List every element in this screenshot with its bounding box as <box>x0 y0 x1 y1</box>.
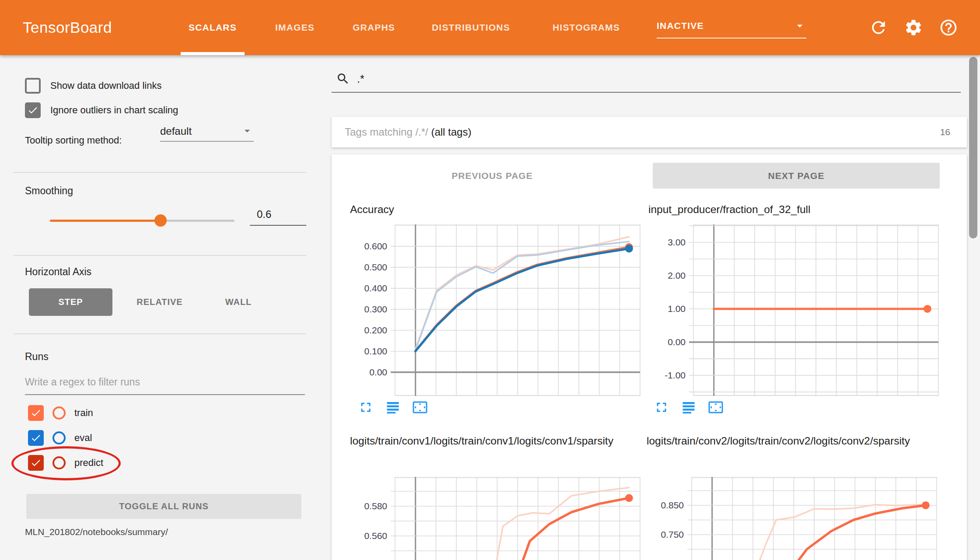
previous-page-button[interactable]: PREVIOUS PAGE <box>332 163 653 189</box>
inactive-dropdown[interactable]: INACTIVE <box>657 14 806 38</box>
axis-step-button[interactable]: STEP <box>29 288 112 316</box>
inactive-dropdown-label: INACTIVE <box>657 21 704 31</box>
tooltip-sorting-label: Tooltip sorting method: <box>25 135 122 146</box>
run-eval-color-circle[interactable] <box>52 431 66 444</box>
tags-matching-card: Tags matching /.*/ (all tags) 16 <box>332 117 967 147</box>
run-row-train: train <box>28 405 93 421</box>
svg-text:0.300: 0.300 <box>364 304 387 314</box>
smoothing-slider-thumb[interactable] <box>154 214 167 227</box>
tab-scalars[interactable]: SCALARS <box>189 0 237 55</box>
show-download-links-checkbox[interactable] <box>25 78 41 94</box>
svg-text:-1.00: -1.00 <box>665 370 686 380</box>
tab-graphs[interactable]: GRAPHS <box>353 0 395 55</box>
run-eval-label: eval <box>74 432 92 444</box>
show-download-links-row: Show data download links <box>25 78 161 94</box>
tooltip-sorting-dropdown[interactable]: default <box>160 124 254 142</box>
svg-text:0.500: 0.500 <box>364 262 387 272</box>
chart-actions-input-producer <box>654 399 724 415</box>
svg-text:0.750: 0.750 <box>661 529 684 539</box>
scalar-chart-conv2-sparsity[interactable]: 0.8500.7500.6500.5500.450 <box>647 477 940 560</box>
axis-wall-button[interactable]: WALL <box>214 288 262 316</box>
fullscreen-icon[interactable] <box>654 399 669 415</box>
ignore-outliers-row: Ignore outliers in chart scaling <box>25 102 178 118</box>
scalar-chart-input-producer[interactable]: 3.002.001.000.00-1.00 <box>648 224 942 398</box>
scalar-chart-conv1-sparsity[interactable]: 0.5800.5600.5400.5200.500 <box>350 477 643 560</box>
svg-text:0.00: 0.00 <box>668 337 686 347</box>
search-icon <box>336 72 350 86</box>
smoothing-label: Smoothing <box>25 185 73 197</box>
divider <box>13 172 306 173</box>
tags-matching-prefix: Tags matching <box>345 126 415 138</box>
toggle-all-runs-button[interactable]: TOGGLE ALL RUNS <box>26 494 301 519</box>
chart-actions-accuracy <box>358 399 428 415</box>
chart-title-accuracy: Accuracy <box>350 202 637 217</box>
horizontal-axis-label: Horizontal Axis <box>25 266 91 278</box>
tags-count-badge: 16 <box>940 127 950 137</box>
divider <box>13 333 306 334</box>
run-train-checkbox[interactable] <box>28 405 44 421</box>
data-table-icon[interactable] <box>681 399 696 415</box>
help-icon[interactable] <box>939 18 958 37</box>
fit-domain-icon[interactable] <box>412 399 428 415</box>
red-annotation-ellipse <box>11 446 121 480</box>
runs-label: Runs <box>25 351 49 363</box>
chevron-down-icon <box>793 19 806 32</box>
vertical-scrollbar-thumb[interactable] <box>969 57 977 238</box>
tags-matching-regex: /.*/ <box>415 126 428 138</box>
fullscreen-icon[interactable] <box>358 399 374 415</box>
tooltip-sorting-value: default <box>160 125 192 137</box>
tab-images[interactable]: IMAGES <box>275 0 315 55</box>
svg-text:1.00: 1.00 <box>668 304 686 314</box>
svg-text:2.00: 2.00 <box>668 270 686 280</box>
next-page-button[interactable]: NEXT PAGE <box>653 163 940 189</box>
refresh-icon[interactable] <box>869 18 888 37</box>
svg-text:0.100: 0.100 <box>364 346 387 356</box>
chevron-down-icon <box>241 124 254 137</box>
data-table-icon[interactable] <box>385 399 401 415</box>
run-train-color-circle[interactable] <box>52 406 66 420</box>
svg-text:0.400: 0.400 <box>364 283 387 293</box>
tags-matching-suffix: (all tags) <box>428 126 472 138</box>
svg-text:0.850: 0.850 <box>661 500 684 510</box>
settings-gear-icon[interactable] <box>904 18 923 37</box>
svg-text:0.600: 0.600 <box>364 241 387 251</box>
svg-text:0.200: 0.200 <box>364 325 387 335</box>
scalars-dashboard-card: PREVIOUS PAGE NEXT PAGE Accuracy 0.6000.… <box>332 154 967 560</box>
app-header: TensorBoard SCALARS IMAGES GRAPHS DISTRI… <box>0 0 980 55</box>
smoothing-slider-fill <box>50 220 161 222</box>
tags-matching-title: Tags matching /.*/ (all tags) <box>345 126 940 138</box>
axis-relative-button[interactable]: RELATIVE <box>127 288 192 316</box>
ignore-outliers-checkbox[interactable] <box>25 102 41 118</box>
run-train-label: train <box>74 407 93 419</box>
tag-search-bar <box>332 66 961 93</box>
scalar-chart-accuracy[interactable]: 0.6000.5000.4000.3000.2000.1000.00 <box>350 224 643 398</box>
smoothing-value[interactable]: 0.6 <box>250 208 306 226</box>
app-title: TensorBoard <box>23 0 112 55</box>
divider <box>13 255 306 256</box>
tab-distributions[interactable]: DISTRIBUTIONS <box>432 0 510 55</box>
chart-title-conv1-sparsity: logits/train/conv1/logits/train/conv1/lo… <box>350 433 637 449</box>
show-download-links-label: Show data download links <box>50 80 161 91</box>
smoothing-slider[interactable] <box>50 220 234 222</box>
svg-text:0.580: 0.580 <box>364 501 387 511</box>
tag-search-input[interactable] <box>356 72 925 86</box>
tab-histograms[interactable]: HISTOGRAMS <box>553 0 620 55</box>
log-directory-path: MLN_201802/notebooks/summary/ <box>25 527 168 537</box>
svg-text:0.00: 0.00 <box>369 367 387 377</box>
run-eval-checkbox[interactable] <box>28 430 44 446</box>
chart-title-conv2-sparsity: logits/train/conv2/logits/train/conv2/lo… <box>647 433 933 449</box>
run-row-eval: eval <box>28 430 92 446</box>
chart-title-input-producer: input_producer/fraction_of_32_full <box>648 202 935 217</box>
svg-text:0.560: 0.560 <box>364 531 387 541</box>
ignore-outliers-label: Ignore outliers in chart scaling <box>50 105 178 116</box>
settings-sidebar: Show data download links Ignore outliers… <box>0 55 332 560</box>
fit-domain-icon[interactable] <box>708 399 724 415</box>
svg-text:3.00: 3.00 <box>668 237 686 247</box>
runs-filter-input[interactable] <box>25 374 305 395</box>
